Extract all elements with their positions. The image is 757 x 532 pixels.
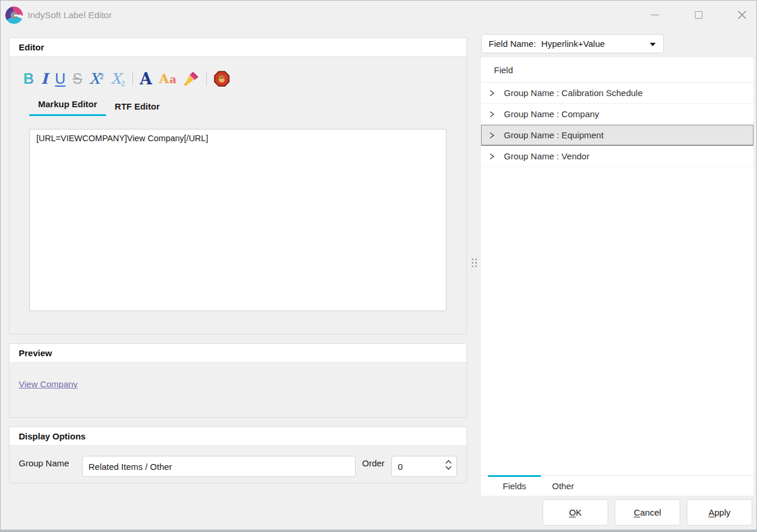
group-name-label: Group Name	[19, 458, 69, 468]
order-spinner	[391, 456, 457, 477]
field-name-value: Hyperlink+Value	[541, 39, 605, 49]
order-label: Order	[362, 458, 384, 468]
editor-panel-title: Editor	[9, 38, 466, 57]
superscript-button[interactable]: X2	[90, 71, 104, 86]
subscript-button[interactable]: X2	[111, 71, 125, 86]
tab-rtf-editor[interactable]: RTF Editor	[106, 101, 169, 116]
display-options-panel: Display Options Group Name Order	[9, 427, 467, 483]
minimize-button[interactable]	[646, 5, 664, 24]
tab-other[interactable]: Other	[540, 476, 586, 496]
apply-button[interactable]: Apply	[687, 499, 752, 526]
editor-panel: Editor B I U S X2 X2 A Aa	[9, 37, 467, 335]
active-tab-indicator	[488, 475, 541, 477]
display-options-body: Group Name Order	[9, 446, 466, 483]
field-tree-list: Field Group Name : Calibration Schedule …	[481, 57, 753, 475]
toolbar-divider	[132, 71, 133, 86]
tree-row-company[interactable]: Group Name : Company	[481, 104, 753, 125]
field-name-dropdown[interactable]: Field Name: Hyperlink+Value	[481, 34, 664, 53]
preview-panel-title: Preview	[9, 344, 466, 363]
font-button[interactable]: A	[140, 71, 152, 87]
clear-formatting-button[interactable]	[214, 71, 230, 87]
tab-markup-editor[interactable]: Markup Editor	[29, 99, 106, 116]
close-icon	[738, 11, 746, 19]
format-toolbar: B I U S X2 X2 A Aa	[23, 67, 230, 90]
highlight-brush-button[interactable]	[183, 71, 199, 87]
field-list-header: Field	[481, 57, 753, 83]
strikethrough-button[interactable]: S	[73, 71, 83, 86]
preview-body: View Company	[9, 363, 466, 418]
maximize-button[interactable]	[690, 5, 707, 24]
markup-text-input[interactable]: [URL=VIEWCOMPANY]View Company[/URL]	[29, 129, 446, 311]
preview-panel: Preview View Company	[9, 343, 467, 418]
tab-fields[interactable]: Fields	[488, 476, 541, 496]
fields-other-tabbar: Fields Other	[481, 475, 753, 496]
minimize-icon	[651, 15, 659, 15]
ok-button[interactable]: OK	[543, 499, 608, 526]
window-controls	[646, 5, 751, 24]
bold-button[interactable]: B	[23, 71, 34, 86]
chevron-right-icon[interactable]	[489, 153, 495, 160]
panel-splitter-handle[interactable]	[472, 258, 477, 268]
group-name-input[interactable]	[82, 456, 356, 477]
indysoft-logo-icon	[5, 6, 23, 24]
chevron-right-icon[interactable]	[489, 90, 495, 97]
dropdown-arrow-icon	[650, 43, 656, 46]
tree-row-vendor[interactable]: Group Name : Vendor	[481, 146, 753, 167]
editor-tabbar: Markup Editor RTF Editor	[29, 99, 169, 116]
stop-hand-icon	[214, 71, 230, 87]
spinner-up-icon[interactable]	[445, 460, 452, 464]
chevron-right-icon[interactable]	[489, 132, 495, 139]
maximize-icon	[695, 11, 703, 19]
paintbrush-icon	[183, 71, 199, 87]
italic-button[interactable]: I	[41, 71, 48, 86]
preview-hyperlink[interactable]: View Company	[19, 379, 78, 389]
font-color-button[interactable]: Aa	[159, 72, 176, 85]
label-editor-window: IndySoft Label Editor Editor B I U S X2 …	[0, 0, 757, 532]
display-options-title: Display Options	[9, 427, 466, 446]
tree-row-calibration-schedule[interactable]: Group Name : Calibration Schedule	[481, 83, 753, 104]
chevron-right-icon[interactable]	[489, 111, 495, 118]
underline-button[interactable]: U	[55, 71, 66, 86]
toolbar-divider	[206, 71, 207, 86]
titlebar: IndySoft Label Editor	[1, 1, 756, 30]
window-title: IndySoft Label Editor	[28, 1, 112, 30]
close-button[interactable]	[733, 5, 751, 24]
spinner-down-icon[interactable]	[445, 466, 452, 470]
field-name-label: Field Name:	[489, 39, 536, 49]
cancel-button[interactable]: Cancel	[615, 499, 680, 526]
tree-row-equipment[interactable]: Group Name : Equipment	[481, 125, 753, 146]
